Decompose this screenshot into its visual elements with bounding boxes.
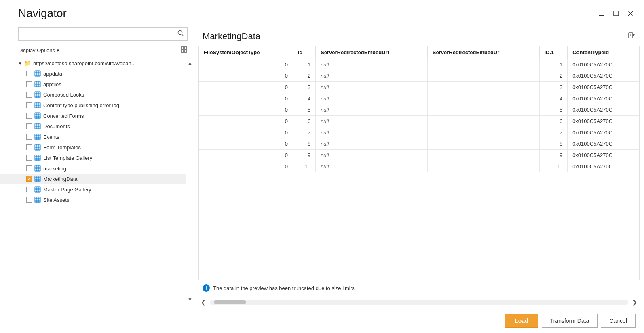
hscroll-right-button[interactable]: ❯	[630, 298, 640, 306]
window-controls	[597, 8, 636, 18]
item-label: Content type publishing error log	[43, 102, 119, 108]
item-checkbox[interactable]	[26, 197, 32, 203]
table-icon	[34, 186, 41, 193]
cell-id: 7	[293, 127, 315, 138]
load-button[interactable]: Load	[505, 314, 538, 328]
cell-sruri: null	[316, 161, 428, 172]
col-header-ctid: ContentTypeId	[568, 46, 639, 59]
display-options-button[interactable]: Display Options ▾	[18, 47, 59, 53]
table-icon	[34, 165, 41, 172]
tree-root-item[interactable]: ▼ 📁 https://contoso.sharepoint.com/site/…	[0, 58, 186, 68]
list-item[interactable]: appdata	[0, 68, 186, 79]
item-checkbox[interactable]	[26, 123, 32, 129]
cell-id1: 6	[539, 116, 568, 127]
item-label: Events	[43, 134, 59, 140]
cell-ctid: 0x0100C5A270C	[568, 150, 639, 161]
title-bar: Navigator	[0, 0, 644, 23]
search-button[interactable]	[174, 28, 187, 40]
list-item[interactable]: marketing	[0, 163, 186, 174]
scroll-up-button[interactable]: ▲	[186, 59, 194, 67]
folder-icon: 📁	[24, 60, 31, 66]
item-label: Documents	[43, 123, 70, 129]
cell-fsot: 0	[199, 70, 293, 82]
list-item[interactable]: appfiles	[0, 79, 186, 89]
table-icon	[34, 197, 41, 203]
cell-fsot: 0	[199, 161, 293, 172]
table-icon	[34, 102, 41, 108]
table-icon	[34, 81, 41, 87]
cell-id1: 10	[539, 161, 568, 172]
cell-sruri: null	[316, 70, 428, 82]
transform-data-button[interactable]: Transform Data	[542, 314, 598, 328]
cell-srurl	[427, 104, 539, 116]
cell-sruri: null	[316, 116, 428, 127]
item-checkbox[interactable]	[26, 113, 32, 119]
col-header-sruri: ServerRedirectedEmbedUri	[316, 46, 428, 59]
list-item[interactable]: Composed Looks	[0, 89, 186, 100]
list-item[interactable]: Site Assets	[0, 195, 186, 205]
cell-srurl	[427, 93, 539, 104]
svg-line-5	[182, 34, 184, 36]
item-checkbox[interactable]	[26, 144, 32, 150]
close-button[interactable]	[626, 8, 636, 18]
table-row: 0 3 null 3 0x0100C5A270C	[199, 82, 639, 93]
cell-id1: 4	[539, 93, 568, 104]
left-panel: Display Options ▾ ▼	[0, 23, 194, 309]
table-row: 0 7 null 7 0x0100C5A270C	[199, 127, 639, 138]
cell-ctid: 0x0100C5A270C	[568, 59, 639, 70]
search-input[interactable]	[19, 29, 174, 40]
list-item[interactable]: Form Templates	[0, 142, 186, 153]
col-header-id: Id	[293, 46, 315, 59]
cell-sruri: null	[316, 150, 428, 161]
item-checkbox[interactable]	[26, 134, 32, 140]
display-options-arrow: ▾	[57, 47, 59, 53]
list-item[interactable]: List Template Gallery	[0, 153, 186, 163]
list-item[interactable]: Events	[0, 132, 186, 142]
minimize-button[interactable]	[597, 8, 606, 18]
right-panel: MarketingData FileSystemObjectType	[194, 23, 644, 309]
hscroll-thumb[interactable]	[214, 300, 246, 304]
preview-export-button[interactable]	[627, 32, 636, 42]
main-content: Display Options ▾ ▼	[0, 23, 644, 309]
list-item[interactable]: Documents	[0, 121, 186, 132]
item-label: List Template Gallery	[43, 155, 92, 161]
item-checkbox[interactable]	[26, 92, 32, 98]
item-checkbox[interactable]	[26, 187, 32, 192]
item-checkbox[interactable]	[26, 102, 32, 108]
svg-rect-6	[181, 47, 184, 49]
item-label: Form Templates	[43, 144, 81, 151]
maximize-button[interactable]	[611, 8, 621, 18]
table-icon	[34, 70, 41, 77]
item-checkbox[interactable]	[26, 81, 32, 87]
hscroll-track	[210, 300, 628, 305]
cell-fsot: 0	[199, 138, 293, 150]
cell-ctid: 0x0100C5A270C	[568, 93, 639, 104]
item-checkbox[interactable]	[26, 71, 32, 76]
item-checkbox-checked[interactable]	[26, 176, 32, 182]
list-item[interactable]: Content type publishing error log	[0, 100, 186, 110]
expand-icon-button[interactable]	[180, 46, 188, 55]
list-item[interactable]: Converted Forms	[0, 110, 186, 121]
item-checkbox[interactable]	[26, 155, 32, 161]
cell-sruri: null	[316, 93, 428, 104]
list-item-selected[interactable]: MarketingData	[0, 174, 186, 184]
preview-header: MarketingData	[194, 23, 644, 46]
cell-id: 9	[293, 150, 315, 161]
item-label: Master Page Gallery	[43, 187, 91, 193]
cell-fsot: 0	[199, 82, 293, 93]
cell-ctid: 0x0100C5A270C	[568, 116, 639, 127]
cell-sruri: null	[316, 104, 428, 116]
cell-fsot: 0	[199, 59, 293, 70]
col-header-id1: ID.1	[539, 46, 568, 59]
cell-fsot: 0	[199, 116, 293, 127]
cell-id1: 3	[539, 82, 568, 93]
cell-sruri: null	[316, 127, 428, 138]
list-item[interactable]: Master Page Gallery	[0, 184, 186, 195]
scroll-down-button[interactable]: ▼	[186, 296, 194, 303]
item-label: appdata	[43, 71, 62, 77]
hscroll-left-button[interactable]: ❮	[198, 298, 208, 306]
truncation-notice: i The data in the preview has been trunc…	[194, 280, 644, 296]
item-checkbox[interactable]	[26, 165, 32, 171]
cancel-button[interactable]: Cancel	[601, 314, 636, 328]
cell-fsot: 0	[199, 93, 293, 104]
